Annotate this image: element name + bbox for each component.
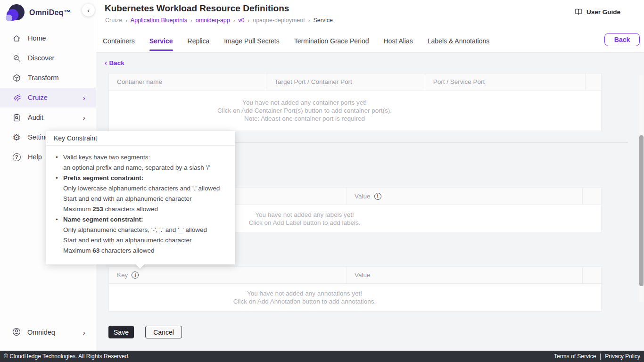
sidebar-item-transform[interactable]: Transform bbox=[0, 68, 96, 88]
chevron-left-icon: ‹ bbox=[87, 6, 90, 14]
breadcrumb-separator: › bbox=[308, 17, 310, 23]
clipboard-search-icon bbox=[12, 113, 21, 122]
table-empty-state: You have not added any container ports y… bbox=[109, 90, 601, 131]
breadcrumb-item: Service bbox=[313, 17, 333, 24]
sidebar-collapse-button[interactable]: ‹ bbox=[82, 4, 95, 16]
column-header-value: Value bbox=[347, 267, 583, 283]
sidebar-account[interactable]: Omnideq › bbox=[0, 322, 96, 342]
save-button[interactable]: Save bbox=[108, 326, 134, 338]
footer-link-divider bbox=[600, 354, 601, 360]
key-constraint-tooltip: Key Constraint •Valid keys have two segm… bbox=[46, 131, 235, 264]
tab-image-pull-secrets[interactable]: Image Pull Secrets bbox=[224, 29, 280, 52]
column-header-container-name: Container name bbox=[109, 74, 266, 90]
back-button[interactable]: Back bbox=[604, 33, 640, 46]
user-avatar-icon bbox=[12, 327, 21, 338]
question-icon: ? bbox=[12, 152, 21, 162]
tooltip-line: Prefix segment constraint: bbox=[63, 173, 143, 183]
sidebar-item-discover[interactable]: Discover bbox=[0, 48, 96, 68]
tooltip-title: Key Constraint bbox=[46, 131, 235, 146]
tooltip-line: Name segment constraint: bbox=[63, 214, 143, 225]
tooltip-line: Only lowercase alphanumeric characters a… bbox=[63, 183, 220, 194]
info-icon[interactable]: i bbox=[374, 193, 381, 200]
tooltip-line: Maximum 253 characters allowed bbox=[56, 204, 229, 214]
annotations-table: Key i Value You have not added any annot… bbox=[108, 266, 602, 312]
tab-containers[interactable]: Containers bbox=[103, 29, 135, 52]
omnideq-logo-icon bbox=[6, 3, 25, 22]
back-link[interactable]: ‹ Back bbox=[105, 59, 124, 66]
chevron-left-icon: ‹ bbox=[105, 59, 107, 66]
column-header-actions bbox=[586, 74, 601, 90]
column-header-service-port: Port / Service Port bbox=[425, 74, 586, 90]
chevron-right-icon: › bbox=[83, 94, 85, 102]
tooltip-line: Maximum 63 characters allowed bbox=[56, 246, 229, 256]
sidebar-item-audit[interactable]: Audit › bbox=[0, 107, 96, 127]
container-ports-table: Container name Target Port / Container P… bbox=[108, 73, 602, 131]
tooltip-body: •Valid keys have two segments: an option… bbox=[46, 146, 235, 264]
table-empty-state: You have not added any annotations yet! … bbox=[109, 284, 601, 311]
footer: © CloudHedge Technologies. All Rights Re… bbox=[0, 351, 644, 362]
cancel-button[interactable]: Cancel bbox=[145, 326, 182, 338]
book-icon bbox=[574, 8, 583, 16]
bullet-icon: • bbox=[56, 152, 63, 163]
swirl-icon bbox=[12, 93, 21, 102]
app-root: OmniDeq™ ‹ Home Discover Transform Cruiz… bbox=[0, 0, 644, 362]
brand-name: OmniDeq™ bbox=[29, 8, 71, 17]
tab-labels-annotations[interactable]: Labels & Annotations bbox=[428, 29, 490, 52]
bullet-icon: • bbox=[56, 173, 63, 183]
user-guide-button[interactable]: User Guide bbox=[574, 8, 620, 16]
table-header-row: Container name Target Port / Container P… bbox=[109, 74, 601, 90]
breadcrumb: Cruize › Application Blueprints › omnide… bbox=[105, 17, 333, 24]
breadcrumb-item[interactable]: Application Blueprints bbox=[131, 17, 187, 24]
column-header-target-port: Target Port / Container Port bbox=[266, 74, 425, 90]
tab-replica[interactable]: Replica bbox=[188, 29, 210, 52]
scrollbar-thumb[interactable] bbox=[639, 135, 644, 286]
tooltip-line: Start and end with an alphanumeric chara… bbox=[63, 194, 191, 204]
breadcrumb-separator: › bbox=[248, 17, 250, 23]
breadcrumb-separator: › bbox=[190, 17, 192, 23]
column-header-actions bbox=[583, 188, 601, 205]
chevron-right-icon: › bbox=[83, 114, 85, 122]
copyright-text: © CloudHedge Technologies. All Rights Re… bbox=[4, 353, 130, 360]
tooltip-line: an optional prefix and name, separated b… bbox=[63, 163, 210, 173]
page-header: Kubernetes Workload Resource Definitions… bbox=[96, 0, 644, 29]
breadcrumb-item: opaque-deployment bbox=[253, 17, 305, 24]
table-header-row: Key i Value bbox=[109, 267, 601, 284]
privacy-policy-link[interactable]: Privacy Policy bbox=[605, 353, 640, 360]
search-icon bbox=[12, 53, 21, 63]
page-title: Kubernetes Workload Resource Definitions bbox=[105, 3, 289, 14]
tabs-bar: Containers Service Replica Image Pull Se… bbox=[96, 29, 644, 53]
sidebar-item-cruize[interactable]: Cruize › bbox=[0, 88, 96, 107]
column-header-value: Value i bbox=[347, 188, 583, 205]
tooltip-line: Only alphanumeric characters, '-', '.' a… bbox=[63, 225, 207, 235]
form-actions: Save Cancel bbox=[108, 326, 182, 338]
tab-host-alias[interactable]: Host Alias bbox=[383, 29, 413, 52]
brand-row: OmniDeq™ bbox=[0, 0, 96, 25]
tooltip-line: Start and end with an alphanumeric chara… bbox=[63, 235, 191, 246]
column-header-actions bbox=[583, 267, 601, 283]
tab-termination-grace-period[interactable]: Termination Grace Period bbox=[294, 29, 369, 52]
info-icon[interactable]: i bbox=[132, 272, 139, 279]
breadcrumb-item[interactable]: v0 bbox=[238, 17, 244, 24]
breadcrumb-separator: › bbox=[233, 17, 235, 23]
sidebar-item-home[interactable]: Home bbox=[0, 28, 96, 48]
breadcrumb-item: Cruize bbox=[105, 17, 122, 24]
breadcrumb-item[interactable]: omnideq-app bbox=[196, 17, 230, 24]
tooltip-line: Valid keys have two segments: bbox=[63, 152, 150, 163]
chevron-right-icon: › bbox=[83, 329, 85, 337]
cube-icon bbox=[12, 73, 21, 82]
bullet-icon: • bbox=[56, 214, 63, 225]
column-header-key: Key i bbox=[109, 267, 347, 283]
gear-icon: ⚙ bbox=[12, 132, 21, 142]
tab-service[interactable]: Service bbox=[149, 29, 173, 52]
breadcrumb-separator: › bbox=[125, 17, 127, 23]
terms-of-service-link[interactable]: Terms of Service bbox=[554, 353, 596, 360]
home-icon bbox=[12, 33, 21, 43]
